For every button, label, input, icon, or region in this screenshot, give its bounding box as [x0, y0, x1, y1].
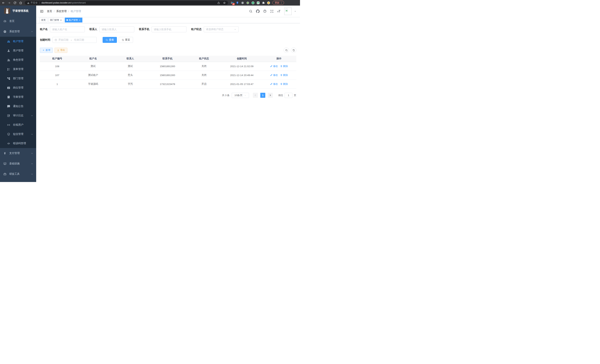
export-button[interactable]: 导出: [55, 48, 67, 53]
profile-avatar-icon[interactable]: [267, 1, 270, 4]
delete-button[interactable]: 删除: [280, 82, 288, 86]
edit-button[interactable]: 修改: [270, 74, 278, 77]
page-content: 租户名 联系人 联系手机 租户状态 请选择租户状态: [36, 23, 300, 182]
pagination-total: 共 3 条: [222, 94, 229, 97]
avatar-caret-icon[interactable]: [294, 10, 296, 12]
date-start-placeholder: 开始日期: [58, 38, 68, 42]
sidebar-item-label: 菜单管理: [13, 67, 23, 71]
ext-command-icon[interactable]: ⌘: [241, 1, 244, 4]
close-icon[interactable]: [60, 19, 62, 21]
table-body: 108测试测试15601691300关闭2021-12-14 21:02:09修…: [40, 62, 296, 88]
breadcrumb-item-system[interactable]: 系统管理: [56, 10, 67, 13]
pay-icon: [3, 152, 7, 155]
tenant-name-input[interactable]: [52, 28, 83, 31]
ext-y-icon[interactable]: Y: [251, 1, 254, 4]
browser-update-button[interactable]: 更新: [272, 1, 284, 5]
sidebar-item-pay[interactable]: 支付管理: [0, 148, 36, 159]
cell-tenant-name: 测试租户: [75, 71, 112, 80]
next-page-button[interactable]: [268, 93, 273, 98]
breadcrumb-item-home[interactable]: 首页: [47, 10, 52, 13]
cell-created-time: 2021-12-14 21:02:09: [222, 62, 262, 71]
sidebar-item-label: 租户管理: [13, 40, 23, 43]
user-avatar[interactable]: [284, 8, 292, 15]
github-icon[interactable]: [256, 9, 260, 13]
delete-button[interactable]: 删除: [280, 65, 288, 68]
share-icon[interactable]: [217, 1, 220, 4]
sidebar-item-audit[interactable]: 审计日志: [0, 111, 36, 120]
breadcrumb-separator: /: [54, 10, 55, 13]
browser-menu-icon[interactable]: [280, 1, 283, 4]
breadcrumb: 首页/系统管理/租户管理: [47, 10, 81, 13]
sidebar-item-dict[interactable]: 字典管理: [0, 92, 36, 102]
notice-icon: [7, 105, 10, 108]
puzzle-icon[interactable]: [262, 1, 265, 4]
back-icon[interactable]: [2, 1, 5, 4]
sidebar-item-infra[interactable]: 基础设施: [0, 159, 36, 169]
sidebar-item-tenant[interactable]: 租户管理: [0, 37, 36, 46]
sidebar-item-label: 部门管理: [13, 77, 23, 80]
table-row: 108测试测试15601691300关闭2021-12-14 21:02:09修…: [40, 62, 296, 71]
sidebar-item-post[interactable]: 岗位管理: [0, 83, 36, 92]
help-icon[interactable]: [263, 9, 267, 13]
page-number-button[interactable]: 1: [260, 93, 265, 98]
reset-button[interactable]: 重置: [119, 37, 133, 43]
sidebar-item-label: 岗位管理: [13, 86, 23, 89]
sidebar-item-home[interactable]: 首页: [0, 16, 36, 26]
sidebar-item-menu[interactable]: 菜单管理: [0, 65, 36, 74]
sidebar-item-online[interactable]: 在线用户: [0, 120, 36, 130]
forward-icon[interactable]: [8, 1, 11, 4]
cell-tenant-id: 108: [40, 62, 75, 71]
fullscreen-icon[interactable]: [270, 9, 274, 13]
sidebar-item-sms[interactable]: 短信管理: [0, 130, 36, 139]
sidebar-item-system[interactable]: 系统管理: [0, 26, 36, 37]
sidebar-item-dept[interactable]: 部门管理: [0, 74, 36, 83]
status-select[interactable]: 请选择租户状态: [204, 26, 239, 32]
ext-pin-icon[interactable]: [236, 1, 239, 4]
delete-button[interactable]: 删除: [280, 74, 288, 77]
phone-input[interactable]: [154, 28, 184, 31]
contact-input[interactable]: [102, 28, 132, 31]
sidebar-item-label: 用户管理: [13, 49, 23, 52]
add-button[interactable]: 新增: [40, 48, 53, 53]
date-range-picker[interactable]: 开始日期 - 结束日期: [53, 37, 97, 43]
toggle-search-button[interactable]: [284, 47, 289, 53]
ext-grid-icon[interactable]: 10: [231, 1, 234, 4]
sidebar-item-user[interactable]: 用户管理: [0, 46, 36, 55]
tenant-icon: [7, 40, 10, 43]
sidebar-item-notice[interactable]: 通知公告: [0, 102, 36, 111]
update-label: 更新: [275, 1, 279, 4]
filter-row-1: 租户名 联系人 联系手机 租户状态 请选择租户状态: [40, 26, 296, 32]
header-search-icon[interactable]: [249, 9, 253, 13]
sms-icon: [7, 133, 10, 136]
edit-button[interactable]: 修改: [270, 82, 278, 86]
edit-button[interactable]: 修改: [270, 65, 278, 68]
date-separator: -: [70, 38, 73, 41]
bookmark-star-icon[interactable]: [223, 1, 226, 4]
address-bar[interactable]: 不安全 dashboard.yudao.iocoder.cn/system/te…: [25, 1, 228, 5]
ext-dot-icon[interactable]: [246, 1, 249, 4]
tab-tenant[interactable]: 租户管理: [65, 18, 82, 22]
sidebar-item-role[interactable]: 角色管理: [0, 55, 36, 65]
tab-home[interactable]: 首页: [39, 18, 47, 22]
goto-label: 前往: [278, 94, 283, 97]
search-button[interactable]: 搜索: [103, 37, 117, 43]
goto-page-input[interactable]: [285, 93, 292, 98]
sidebar-logo-row[interactable]: 芋道管理系统: [0, 6, 36, 16]
sidebar-toggle-icon[interactable]: [40, 9, 44, 13]
prev-page-button[interactable]: [253, 93, 258, 98]
font-size-icon[interactable]: [277, 9, 281, 13]
sidebar-item-errcode[interactable]: 错误码管理: [0, 139, 36, 148]
reload-icon[interactable]: [13, 1, 17, 4]
download-icon: [57, 49, 59, 51]
ext-chat-icon[interactable]: [257, 1, 260, 4]
edit-pen-icon: [270, 83, 272, 85]
page-size-select[interactable]: 10条/页: [232, 93, 249, 98]
home-icon[interactable]: [19, 1, 22, 4]
tab-dept[interactable]: 部门管理: [48, 18, 64, 22]
tags-view-bar: 首页部门管理租户管理: [36, 17, 300, 23]
refresh-table-button[interactable]: [291, 47, 296, 53]
close-icon[interactable]: [79, 19, 81, 21]
infra-icon: [3, 162, 7, 165]
column-header: 联系人: [112, 56, 149, 62]
sidebar-item-tools[interactable]: 研发工具: [0, 169, 36, 179]
